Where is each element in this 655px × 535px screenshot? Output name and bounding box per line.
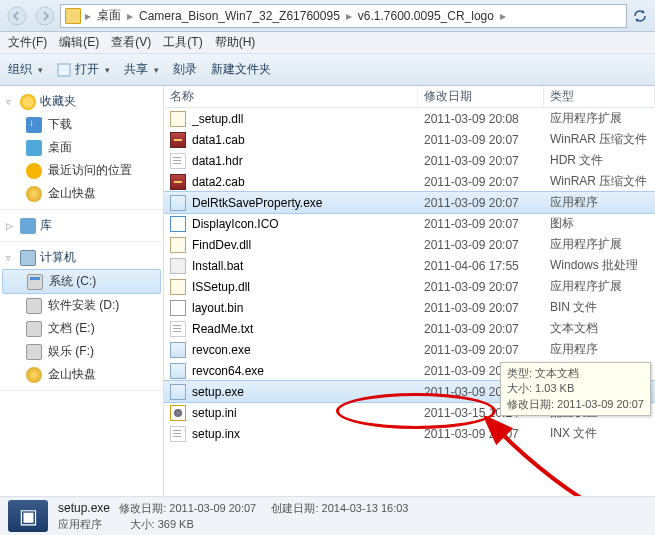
file-row[interactable]: _setup.dll2011-03-09 20:08应用程序扩展 bbox=[164, 108, 655, 129]
sidebar-item-drive-f[interactable]: 娱乐 (F:) bbox=[0, 340, 163, 363]
share-button[interactable]: 共享 bbox=[124, 61, 159, 78]
nav-forward-button[interactable] bbox=[32, 3, 58, 29]
file-list[interactable]: 名称 修改日期 类型 _setup.dll2011-03-09 20:08应用程… bbox=[164, 86, 655, 496]
file-type: 应用程序 bbox=[544, 194, 655, 211]
file-name: DelRtkSaveProperty.exe bbox=[192, 196, 323, 210]
details-mod-value: 2011-03-09 20:07 bbox=[169, 502, 256, 514]
menu-tools[interactable]: 工具(T) bbox=[163, 34, 202, 51]
drive-icon bbox=[26, 321, 42, 337]
open-button[interactable]: 打开 bbox=[57, 61, 110, 78]
file-icon bbox=[170, 363, 186, 379]
sidebar-favorites[interactable]: 收藏夹 bbox=[0, 90, 163, 113]
nav-bar: ▸ 桌面 ▸ Camera_Bison_Win7_32_Z61760095 ▸ … bbox=[0, 0, 655, 32]
svg-point-0 bbox=[8, 7, 26, 25]
menu-view[interactable]: 查看(V) bbox=[111, 34, 151, 51]
sidebar-item-label: 下载 bbox=[48, 116, 72, 133]
file-type: 图标 bbox=[544, 215, 655, 232]
breadcrumb-item[interactable]: v6.1.7600.0095_CR_logo bbox=[356, 9, 496, 23]
file-row[interactable]: FindDev.dll2011-03-09 20:07应用程序扩展 bbox=[164, 234, 655, 255]
file-type: 文本文档 bbox=[544, 320, 655, 337]
file-icon bbox=[170, 426, 186, 442]
download-icon bbox=[26, 117, 42, 133]
new-folder-button[interactable]: 新建文件夹 bbox=[211, 61, 271, 78]
sidebar-item-label: 金山快盘 bbox=[48, 366, 96, 383]
file-icon bbox=[170, 342, 186, 358]
file-date: 2011-03-09 20:07 bbox=[418, 217, 544, 231]
details-pane: ▣ setup.exe 修改日期: 2011-03-09 20:07 创建日期:… bbox=[0, 496, 655, 535]
file-type: WinRAR 压缩文件 bbox=[544, 173, 655, 190]
menu-edit[interactable]: 编辑(E) bbox=[59, 34, 99, 51]
chevron-right-icon: ▸ bbox=[344, 9, 354, 23]
star-icon bbox=[20, 94, 36, 110]
file-row[interactable]: ReadMe.txt2011-03-09 20:07文本文档 bbox=[164, 318, 655, 339]
sidebar: 收藏夹 下载 桌面 最近访问的位置 金山快盘 库 计算机 系统 (C:) 软件安… bbox=[0, 86, 164, 496]
column-name[interactable]: 名称 bbox=[164, 86, 418, 107]
file-name: revcon.exe bbox=[192, 343, 251, 357]
menu-help[interactable]: 帮助(H) bbox=[215, 34, 256, 51]
refresh-button[interactable] bbox=[629, 5, 651, 27]
organize-button[interactable]: 组织 bbox=[8, 61, 43, 78]
menu-bar: 文件(F) 编辑(E) 查看(V) 工具(T) 帮助(H) bbox=[0, 32, 655, 54]
folder-icon bbox=[65, 8, 81, 24]
file-row[interactable]: Install.bat2011-04-06 17:55Windows 批处理 bbox=[164, 255, 655, 276]
sidebar-item-downloads[interactable]: 下载 bbox=[0, 113, 163, 136]
file-row[interactable]: data2.cab2011-03-09 20:07WinRAR 压缩文件 bbox=[164, 171, 655, 192]
nav-back-button[interactable] bbox=[4, 3, 30, 29]
sidebar-item-label: 娱乐 (F:) bbox=[48, 343, 94, 360]
file-row[interactable]: DelRtkSaveProperty.exe2011-03-09 20:07应用… bbox=[164, 192, 655, 213]
file-type: 应用程序扩展 bbox=[544, 278, 655, 295]
details-size-value: 369 KB bbox=[158, 518, 194, 530]
file-name: data2.cab bbox=[192, 175, 245, 189]
details-mod-label: 修改日期: bbox=[119, 502, 166, 514]
file-row[interactable]: revcon.exe2011-03-09 20:07应用程序 bbox=[164, 339, 655, 360]
column-type[interactable]: 类型 bbox=[544, 86, 655, 107]
file-row[interactable]: layout.bin2011-03-09 20:07BIN 文件 bbox=[164, 297, 655, 318]
sidebar-item-kingsoft[interactable]: 金山快盘 bbox=[0, 182, 163, 205]
file-row[interactable]: ISSetup.dll2011-03-09 20:07应用程序扩展 bbox=[164, 276, 655, 297]
toolbar: 组织 打开 共享 刻录 新建文件夹 bbox=[0, 54, 655, 86]
file-row[interactable]: DisplayIcon.ICO2011-03-09 20:07图标 bbox=[164, 213, 655, 234]
tooltip-line: 修改日期: 2011-03-09 20:07 bbox=[507, 397, 644, 412]
file-name: data1.hdr bbox=[192, 154, 243, 168]
file-type: 应用程序 bbox=[544, 341, 655, 358]
computer-icon bbox=[20, 250, 36, 266]
file-row[interactable]: data1.cab2011-03-09 20:07WinRAR 压缩文件 bbox=[164, 129, 655, 150]
sidebar-item-desktop[interactable]: 桌面 bbox=[0, 136, 163, 159]
column-date[interactable]: 修改日期 bbox=[418, 86, 544, 107]
cloud-icon bbox=[26, 186, 42, 202]
svg-point-1 bbox=[36, 7, 54, 25]
sidebar-item-drive-d[interactable]: 软件安装 (D:) bbox=[0, 294, 163, 317]
file-name: layout.bin bbox=[192, 301, 243, 315]
sidebar-item-recent[interactable]: 最近访问的位置 bbox=[0, 159, 163, 182]
open-label: 打开 bbox=[75, 61, 99, 78]
file-name: ISSetup.dll bbox=[192, 280, 250, 294]
sidebar-item-label: 最近访问的位置 bbox=[48, 162, 132, 179]
file-icon bbox=[170, 132, 186, 148]
sidebar-libraries[interactable]: 库 bbox=[0, 214, 163, 237]
breadcrumb-item[interactable]: Camera_Bison_Win7_32_Z61760095 bbox=[137, 9, 342, 23]
menu-file[interactable]: 文件(F) bbox=[8, 34, 47, 51]
details-create-value: 2014-03-13 16:03 bbox=[322, 502, 409, 514]
file-icon bbox=[170, 111, 186, 127]
drive-icon bbox=[26, 344, 42, 360]
file-name: data1.cab bbox=[192, 133, 245, 147]
details-type: 应用程序 bbox=[58, 518, 102, 530]
breadcrumb[interactable]: ▸ 桌面 ▸ Camera_Bison_Win7_32_Z61760095 ▸ … bbox=[60, 4, 627, 28]
favorites-label: 收藏夹 bbox=[40, 93, 76, 110]
file-row[interactable]: data1.hdr2011-03-09 20:07HDR 文件 bbox=[164, 150, 655, 171]
burn-button[interactable]: 刻录 bbox=[173, 61, 197, 78]
file-type: 应用程序扩展 bbox=[544, 110, 655, 127]
sidebar-computer[interactable]: 计算机 bbox=[0, 246, 163, 269]
library-icon bbox=[20, 218, 36, 234]
file-date: 2011-03-09 20:08 bbox=[418, 112, 544, 126]
file-name: setup.inx bbox=[192, 427, 240, 441]
sidebar-item-drive-e[interactable]: 文档 (E:) bbox=[0, 317, 163, 340]
sidebar-item-label: 桌面 bbox=[48, 139, 72, 156]
file-icon bbox=[170, 174, 186, 190]
sidebar-item-kingsoft2[interactable]: 金山快盘 bbox=[0, 363, 163, 386]
sidebar-item-drive-c[interactable]: 系统 (C:) bbox=[2, 269, 161, 294]
cloud-icon bbox=[26, 367, 42, 383]
file-icon bbox=[170, 384, 186, 400]
breadcrumb-item[interactable]: 桌面 bbox=[95, 7, 123, 24]
file-type: HDR 文件 bbox=[544, 152, 655, 169]
